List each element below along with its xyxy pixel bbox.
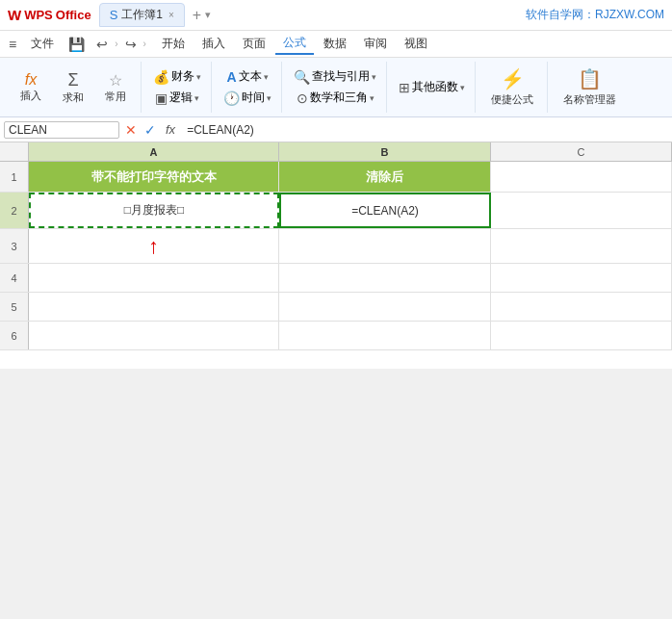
math-btn[interactable]: ⊙ 数学和三角 ▾ (293, 89, 378, 107)
menu-start[interactable]: 开始 (154, 34, 193, 54)
ribbon-group-text: A 文本 ▾ 🕐 时间 ▾ (214, 62, 282, 113)
finance-btn[interactable]: 💰 财务 ▾ (149, 67, 205, 86)
save-icon[interactable]: 💾 (64, 35, 90, 54)
cell-b5[interactable] (279, 293, 491, 321)
logic-dropdown-icon: ▾ (194, 93, 199, 103)
logic-btn[interactable]: ▣ 逻辑 ▾ (151, 89, 203, 107)
other-fn-btn[interactable]: ⊞ 其他函数 ▾ (395, 78, 469, 96)
ribbon-row-fn: fx 插入 Σ 求和 ☆ 常用 (12, 68, 135, 107)
row-num-3: 3 (0, 229, 29, 263)
sum-label: 求和 (63, 90, 84, 105)
menu-file[interactable]: 文件 (23, 34, 62, 54)
name-box[interactable] (4, 121, 119, 139)
tab-label: 工作簿1 (121, 7, 163, 23)
up-arrow-icon: ↑ (148, 236, 159, 257)
menu-formula[interactable]: 公式 (275, 33, 314, 55)
cell-b2[interactable]: =CLEAN(A2) (279, 193, 491, 228)
website-link: 软件自学网：RJZXW.COM (526, 7, 664, 23)
star-icon: ☆ (109, 71, 122, 90)
sum-icon: Σ (67, 70, 78, 90)
math-dropdown-icon: ▾ (370, 93, 375, 103)
cell-c3[interactable] (491, 229, 672, 263)
menu-data[interactable]: 数据 (316, 34, 354, 54)
menu-review[interactable]: 审阅 (356, 34, 395, 54)
formula-bar: ✕ ✓ fx (0, 117, 672, 142)
menu-view[interactable]: 视图 (397, 34, 435, 54)
cell-a1[interactable]: 带不能打印字符的文本 (29, 162, 279, 192)
lookup-btn[interactable]: 🔍 查找与引用 ▾ (290, 67, 380, 86)
cell-c1[interactable] (491, 162, 672, 192)
text-btn[interactable]: A 文本 ▾ (222, 67, 271, 86)
cell-a2[interactable]: □月度报表□ (29, 193, 279, 228)
app-name: WPS (24, 8, 53, 22)
cell-b3[interactable] (279, 229, 491, 263)
name-mgr-label: 名称管理器 (563, 92, 616, 107)
tab-close-icon[interactable]: × (168, 10, 174, 20)
wps-w-icon: W (8, 7, 21, 23)
cell-b1[interactable]: 清除后 (279, 162, 491, 192)
cell-a4[interactable] (29, 264, 279, 292)
redo-icon[interactable]: ↪ (120, 35, 142, 54)
table-row: 5 (0, 293, 672, 322)
menu-insert[interactable]: 插入 (194, 34, 233, 54)
name-mgr-btn[interactable]: 📋 名称管理器 (556, 63, 624, 113)
menu-icon[interactable]: ≡ (4, 35, 21, 54)
undo-arrow-icon: › (115, 39, 117, 49)
text-icon: A (226, 69, 236, 85)
spreadsheet-container: A B C 1 带不能打印字符的文本 清除后 2 □月度报表□ =CLEAN(A… (0, 142, 672, 369)
sum-btn[interactable]: Σ 求和 (54, 68, 92, 107)
tab-arrow-icon[interactable]: ▾ (205, 9, 211, 21)
ribbon-group-lookup: 🔍 查找与引用 ▾ ⊙ 数学和三角 ▾ (284, 62, 387, 113)
cell-c6[interactable] (491, 322, 672, 349)
cell-a6[interactable] (29, 322, 279, 349)
ribbon-row-lookup: 🔍 查找与引用 ▾ (290, 67, 380, 86)
common-fn-btn[interactable]: ☆ 常用 (96, 69, 135, 106)
table-row: 2 □月度报表□ =CLEAN(A2) (0, 193, 672, 229)
cell-c2[interactable] (491, 193, 672, 228)
common-label: 常用 (105, 90, 126, 104)
redo-arrow-icon: › (143, 39, 146, 49)
ribbon-group-finance: 💰 财务 ▾ ▣ 逻辑 ▾ (143, 62, 212, 113)
confirm-formula-btn[interactable]: ✓ (142, 122, 158, 138)
time-label: 时间 (242, 90, 265, 106)
cell-a3[interactable]: ↑ (29, 229, 279, 263)
col-header-b[interactable]: B (279, 142, 491, 161)
other-dropdown-icon: ▾ (460, 83, 465, 92)
math-icon: ⊙ (297, 90, 308, 106)
col-header-a[interactable]: A (29, 142, 279, 161)
app-office: Office (56, 8, 91, 22)
cell-a5[interactable] (29, 293, 279, 321)
menu-page[interactable]: 页面 (235, 34, 273, 54)
add-tab-btn[interactable]: + (193, 7, 201, 24)
ribbon-group-insert-fn: fx 插入 Σ 求和 ☆ 常用 (6, 62, 142, 113)
cell-c4[interactable] (491, 264, 672, 292)
math-label: 数学和三角 (310, 90, 368, 106)
quick-formula-btn[interactable]: ⚡ 便捷公式 (483, 63, 541, 113)
logic-icon: ▣ (155, 90, 168, 106)
cell-b4[interactable] (279, 264, 491, 292)
ribbon-group-other: ⊞ 其他函数 ▾ (389, 62, 476, 113)
insert-fn-btn[interactable]: fx 插入 (12, 69, 50, 105)
undo-icon[interactable]: ↩ (91, 35, 113, 54)
ribbon: fx 插入 Σ 求和 ☆ 常用 💰 财务 ▾ ▣ 逻辑 (0, 58, 672, 117)
cell-c5[interactable] (491, 293, 672, 321)
col-headers: A B C (0, 142, 672, 162)
time-btn[interactable]: 🕐 时间 ▾ (220, 89, 275, 107)
cell-b6[interactable] (279, 322, 491, 349)
search-icon: 🔍 (294, 69, 310, 85)
insert-label: 插入 (20, 89, 41, 103)
other-icon: ⊞ (399, 80, 410, 95)
formula-input[interactable] (183, 122, 668, 138)
cancel-formula-btn[interactable]: ✕ (123, 122, 139, 138)
workbook-tab[interactable]: S 工作簿1 × (99, 3, 185, 27)
row-num-6: 6 (0, 322, 29, 349)
row-num-5: 5 (0, 293, 29, 321)
col-header-c[interactable]: C (491, 142, 672, 161)
app-logo: W WPS Office (8, 7, 91, 23)
ribbon-row-finance: 💰 财务 ▾ (149, 67, 205, 86)
table-row: 3 ↑ (0, 229, 672, 264)
finance-dropdown-icon: ▾ (196, 72, 201, 82)
row-num-4: 4 (0, 264, 29, 292)
finance-icon: 💰 (153, 69, 169, 85)
sheet-icon: S (110, 8, 118, 22)
